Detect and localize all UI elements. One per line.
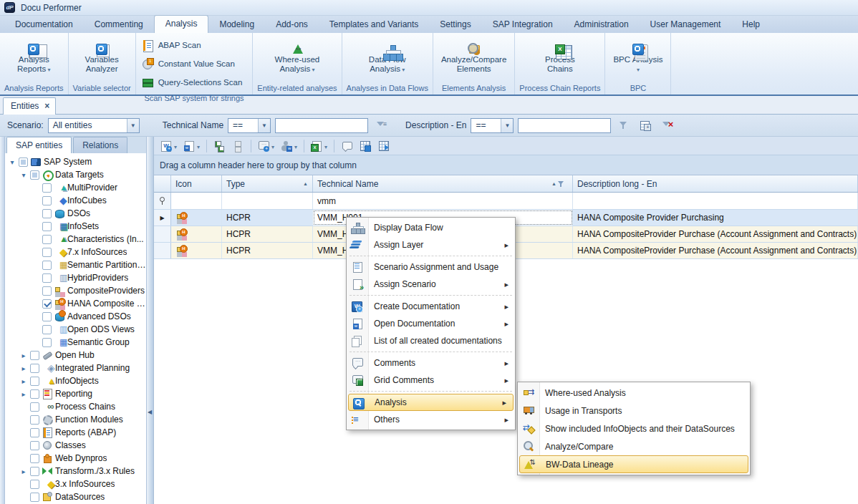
context-menu-item[interactable]: Assign Layer (347, 236, 515, 253)
tree-item[interactable]: 3.x InfoSources (5, 478, 146, 490)
tree-item[interactable]: HybridProviders (5, 271, 146, 284)
menu-tab[interactable]: SAP Integration (482, 16, 564, 33)
expander-icon[interactable] (19, 171, 28, 179)
context-menu-item[interactable] (347, 389, 515, 394)
tree-item[interactable]: Semantic Partitione... (5, 258, 146, 271)
context-menu-item[interactable] (347, 349, 515, 354)
menu-tab[interactable]: Documentation (4, 16, 84, 33)
tree-checkbox[interactable] (42, 196, 52, 205)
chevron-down-icon[interactable] (196, 141, 200, 151)
tree-item[interactable]: Process Chains (5, 400, 146, 413)
ribbon-button[interactable]: ABAP Scan (140, 37, 207, 53)
tree-item[interactable]: Function Modules (5, 413, 146, 426)
close-icon[interactable]: × (44, 102, 49, 110)
tree-checkbox[interactable] (42, 248, 52, 257)
tree-item[interactable]: InfoSets (5, 220, 146, 233)
tree-checkbox[interactable] (30, 480, 39, 489)
filter-options-button[interactable] (372, 117, 390, 133)
group-by-panel[interactable]: Drag a column header here to group by th… (154, 155, 858, 175)
expander-icon[interactable] (19, 352, 28, 359)
expander-icon[interactable] (19, 467, 28, 475)
tree-checkbox[interactable] (19, 158, 28, 167)
tree-item[interactable]: Advanced DSOs (5, 310, 146, 323)
tree-item[interactable]: Web Dynpros (5, 452, 146, 465)
chevron-down-icon[interactable] (173, 141, 177, 151)
chevron-down-icon[interactable]: ▼ (258, 119, 270, 132)
ribbon-button[interactable]: Analysis Reports (12, 42, 56, 76)
menu-tab[interactable]: Help (731, 16, 771, 33)
filter-cell-technical-name[interactable]: vmm (313, 193, 573, 209)
menu-tab[interactable]: Add-ons (265, 16, 319, 33)
toolbar-button[interactable] (357, 139, 374, 153)
tree-checkbox[interactable] (42, 286, 52, 296)
tree-checkbox[interactable] (30, 402, 39, 412)
ribbon-button[interactable]: Where-used Analysis (270, 42, 325, 76)
menu-tab[interactable]: Settings (429, 16, 481, 33)
menu-tab[interactable]: Administration (564, 16, 640, 33)
expander-icon[interactable] (19, 377, 28, 385)
tree-tab[interactable]: SAP entities (6, 137, 72, 153)
menu-tab[interactable]: Analysis (154, 15, 209, 33)
expander-icon[interactable] (19, 390, 28, 398)
technical-name-operator-select[interactable]: == ▼ (228, 118, 271, 133)
description-filter-input[interactable] (518, 118, 611, 133)
tree-checkbox[interactable] (42, 273, 52, 283)
context-menu-item[interactable]: Scenario Assignment and Usage (347, 258, 515, 276)
column-header-type[interactable]: Type▲ (222, 175, 313, 192)
tree-item[interactable]: Reports (ABAP) (5, 426, 146, 439)
ribbon-button[interactable]: Process Chains (540, 42, 580, 75)
context-menu-item[interactable]: Comments (347, 354, 515, 372)
context-menu-item[interactable]: Analysis (348, 394, 514, 411)
scenario-select[interactable]: All entities ▼ (48, 118, 140, 133)
toolbar-button[interactable] (158, 139, 179, 153)
context-menu-item[interactable] (347, 293, 515, 298)
toolbar-button[interactable] (181, 139, 202, 153)
submenu-item[interactable]: Analyze/Compare (518, 437, 750, 455)
tree-checkbox[interactable] (42, 235, 52, 244)
tree-item[interactable]: Open ODS Views (5, 323, 146, 336)
context-menu-item[interactable]: Assign Scenario (347, 276, 515, 293)
column-header-icon[interactable]: Icon (171, 175, 222, 192)
context-menu-item[interactable] (347, 253, 515, 258)
column-header-technical-name[interactable]: Technical Name▲ (313, 175, 573, 192)
menu-tab[interactable]: Commenting (84, 16, 154, 33)
toolbar-button[interactable] (334, 140, 334, 152)
context-menu-item[interactable]: List of all created documentations (347, 332, 515, 349)
toolbar-button[interactable] (256, 139, 276, 153)
tree-item[interactable]: CompositeProviders (5, 284, 146, 297)
tree-item[interactable]: Reporting (5, 387, 146, 400)
tree-checkbox[interactable] (30, 454, 39, 463)
tree-item[interactable]: Characteristics (In... (5, 233, 146, 246)
tree-item[interactable]: SAP System (5, 155, 146, 168)
tree-item[interactable]: HANA Composite P... (5, 297, 146, 310)
tree-checkbox[interactable] (30, 377, 39, 386)
toolbar-button[interactable] (376, 139, 392, 153)
chevron-down-icon[interactable]: ▼ (127, 119, 139, 132)
tree-item[interactable]: 7.x InfoSources (5, 246, 146, 258)
clear-filter-button[interactable] (658, 117, 675, 133)
ribbon-button[interactable]: Analyze/Compare Elements (436, 42, 511, 75)
tree-checkbox[interactable] (30, 351, 39, 360)
ribbon-button[interactable]: Variables Analyzer (80, 42, 124, 75)
tree-item[interactable]: DSOs (5, 207, 146, 220)
ribbon-button[interactable]: Data Flow Analysis (364, 42, 411, 76)
left-scroll-strip[interactable] (0, 137, 5, 504)
tree-checkbox[interactable] (30, 364, 39, 373)
tree-item[interactable]: InfoObjects (5, 374, 146, 387)
toolbar-button[interactable] (339, 139, 355, 153)
menu-tab[interactable]: Modeling (208, 16, 265, 33)
tree-checkbox[interactable] (42, 183, 52, 193)
menu-tab[interactable]: User Management (640, 16, 732, 33)
tree-checkbox[interactable] (42, 325, 52, 334)
toolbar-button[interactable] (230, 139, 246, 153)
tree-checkbox[interactable] (30, 389, 39, 399)
tree-item[interactable]: Open Hub (5, 349, 146, 362)
ribbon-button[interactable]: Constant Value Scan (140, 56, 241, 72)
expander-icon[interactable] (8, 158, 16, 166)
context-menu-item[interactable]: Create Documentation (347, 298, 515, 315)
toolbar-button[interactable] (304, 140, 304, 152)
tree-tab[interactable]: Relations (73, 137, 127, 153)
tree-checkbox[interactable] (42, 222, 52, 231)
ribbon-button[interactable]: BPC Analysis (608, 42, 667, 76)
submenu-item[interactable]: Show included InfoObjects and their Data… (518, 420, 750, 437)
